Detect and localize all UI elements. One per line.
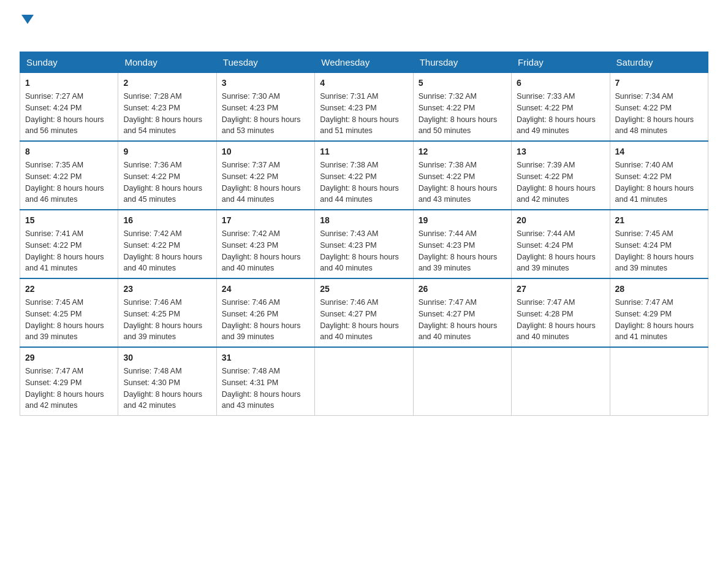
- sunset-text: Sunset: 4:28 PM: [517, 310, 573, 318]
- sunset-text: Sunset: 4:22 PM: [25, 172, 82, 181]
- daylight-minutes-text: and 41 minutes: [615, 332, 667, 341]
- day-number: 4: [320, 77, 408, 90]
- sunset-text: Sunset: 4:27 PM: [320, 310, 376, 318]
- daylight-text: Daylight: 8 hours hours: [419, 253, 498, 261]
- day-number: 23: [123, 283, 211, 296]
- logo: [20, 15, 34, 42]
- calendar-day-cell: 20Sunrise: 7:44 AMSunset: 4:24 PMDayligh…: [512, 210, 610, 278]
- daylight-text: Daylight: 8 hours hours: [419, 115, 498, 124]
- sunrise-text: Sunrise: 7:37 AM: [222, 161, 280, 169]
- sunrise-text: Sunrise: 7:36 AM: [123, 161, 181, 169]
- day-number: 1: [25, 77, 113, 90]
- day-number: 29: [25, 351, 113, 364]
- sunset-text: Sunset: 4:24 PM: [25, 104, 82, 112]
- sunrise-text: Sunrise: 7:42 AM: [123, 229, 181, 238]
- sunrise-text: Sunrise: 7:45 AM: [615, 229, 673, 238]
- sunset-text: Sunset: 4:30 PM: [123, 378, 180, 387]
- calendar-day-cell: 25Sunrise: 7:46 AMSunset: 4:27 PMDayligh…: [315, 278, 413, 347]
- day-number: 14: [615, 145, 703, 158]
- daylight-text: Daylight: 8 hours hours: [25, 115, 104, 124]
- daylight-text: Daylight: 8 hours hours: [25, 184, 104, 193]
- sunrise-text: Sunrise: 7:35 AM: [25, 161, 83, 169]
- sunrise-text: Sunrise: 7:33 AM: [517, 92, 575, 101]
- sunrise-text: Sunrise: 7:45 AM: [25, 298, 83, 307]
- sunrise-text: Sunrise: 7:31 AM: [320, 92, 378, 101]
- daylight-minutes-text: and 44 minutes: [222, 195, 274, 204]
- sunset-text: Sunset: 4:22 PM: [222, 172, 278, 181]
- daylight-text: Daylight: 8 hours hours: [320, 253, 399, 261]
- empty-cell: [413, 347, 511, 416]
- daylight-minutes-text: and 44 minutes: [320, 195, 372, 204]
- sunrise-text: Sunrise: 7:47 AM: [419, 298, 477, 307]
- daylight-text: Daylight: 8 hours hours: [419, 184, 498, 193]
- calendar-week-row: 1Sunrise: 7:27 AMSunset: 4:24 PMDaylight…: [20, 73, 708, 142]
- sunrise-text: Sunrise: 7:46 AM: [320, 298, 378, 307]
- weekday-header-monday: Monday: [118, 52, 216, 73]
- sunset-text: Sunset: 4:23 PM: [123, 104, 180, 112]
- daylight-minutes-text: and 41 minutes: [25, 264, 77, 272]
- sunrise-text: Sunrise: 7:44 AM: [419, 229, 477, 238]
- sunset-text: Sunset: 4:23 PM: [222, 241, 278, 250]
- daylight-text: Daylight: 8 hours hours: [123, 390, 202, 399]
- calendar-week-row: 8Sunrise: 7:35 AMSunset: 4:22 PMDaylight…: [20, 141, 708, 210]
- sunset-text: Sunset: 4:22 PM: [123, 241, 180, 250]
- calendar-day-cell: 27Sunrise: 7:47 AMSunset: 4:28 PMDayligh…: [512, 278, 610, 347]
- calendar-day-cell: 2Sunrise: 7:28 AMSunset: 4:23 PMDaylight…: [118, 73, 216, 142]
- day-number: 2: [123, 77, 211, 90]
- daylight-minutes-text: and 43 minutes: [222, 401, 274, 410]
- sunrise-text: Sunrise: 7:30 AM: [222, 92, 280, 101]
- day-number: 28: [615, 283, 703, 296]
- calendar-day-cell: 3Sunrise: 7:30 AMSunset: 4:23 PMDaylight…: [216, 73, 314, 142]
- calendar-day-cell: 29Sunrise: 7:47 AMSunset: 4:29 PMDayligh…: [20, 347, 118, 416]
- daylight-text: Daylight: 8 hours hours: [419, 321, 498, 330]
- calendar-day-cell: 18Sunrise: 7:43 AMSunset: 4:23 PMDayligh…: [315, 210, 413, 278]
- sunrise-text: Sunrise: 7:46 AM: [123, 298, 181, 307]
- day-number: 10: [222, 145, 309, 158]
- day-number: 22: [25, 283, 113, 296]
- sunset-text: Sunset: 4:22 PM: [419, 104, 475, 112]
- calendar-day-cell: 13Sunrise: 7:39 AMSunset: 4:22 PMDayligh…: [512, 141, 610, 210]
- sunrise-text: Sunrise: 7:41 AM: [25, 229, 83, 238]
- day-number: 19: [419, 214, 506, 227]
- daylight-text: Daylight: 8 hours hours: [123, 321, 202, 330]
- calendar-week-row: 22Sunrise: 7:45 AMSunset: 4:25 PMDayligh…: [20, 278, 708, 347]
- day-number: 12: [419, 145, 506, 158]
- daylight-minutes-text: and 40 minutes: [123, 264, 175, 272]
- daylight-minutes-text: and 45 minutes: [123, 195, 175, 204]
- daylight-minutes-text: and 43 minutes: [419, 195, 471, 204]
- daylight-minutes-text: and 40 minutes: [222, 264, 274, 272]
- sunset-text: Sunset: 4:22 PM: [615, 172, 672, 181]
- weekday-header-tuesday: Tuesday: [216, 52, 314, 73]
- daylight-minutes-text: and 53 minutes: [222, 126, 274, 135]
- day-number: 24: [222, 283, 309, 296]
- daylight-minutes-text: and 39 minutes: [123, 332, 175, 341]
- daylight-text: Daylight: 8 hours hours: [320, 321, 399, 330]
- sunset-text: Sunset: 4:22 PM: [517, 172, 573, 181]
- sunset-text: Sunset: 4:29 PM: [25, 378, 82, 387]
- sunrise-text: Sunrise: 7:47 AM: [517, 298, 575, 307]
- day-number: 21: [615, 214, 703, 227]
- day-number: 5: [419, 77, 506, 90]
- daylight-text: Daylight: 8 hours hours: [222, 184, 301, 193]
- calendar-day-cell: 16Sunrise: 7:42 AMSunset: 4:22 PMDayligh…: [118, 210, 216, 278]
- weekday-header-row: SundayMondayTuesdayWednesdayThursdayFrid…: [20, 52, 708, 73]
- weekday-header-friday: Friday: [512, 52, 610, 73]
- calendar-day-cell: 31Sunrise: 7:48 AMSunset: 4:31 PMDayligh…: [216, 347, 314, 416]
- daylight-text: Daylight: 8 hours hours: [222, 390, 301, 399]
- empty-cell: [315, 347, 413, 416]
- calendar-day-cell: 4Sunrise: 7:31 AMSunset: 4:23 PMDaylight…: [315, 73, 413, 142]
- daylight-minutes-text: and 48 minutes: [615, 126, 667, 135]
- sunrise-text: Sunrise: 7:44 AM: [517, 229, 575, 238]
- sunrise-text: Sunrise: 7:46 AM: [222, 298, 280, 307]
- calendar-day-cell: 22Sunrise: 7:45 AMSunset: 4:25 PMDayligh…: [20, 278, 118, 347]
- weekday-header-saturday: Saturday: [610, 52, 708, 73]
- calendar-day-cell: 17Sunrise: 7:42 AMSunset: 4:23 PMDayligh…: [216, 210, 314, 278]
- sunset-text: Sunset: 4:23 PM: [320, 241, 376, 250]
- calendar-day-cell: 23Sunrise: 7:46 AMSunset: 4:25 PMDayligh…: [118, 278, 216, 347]
- calendar-day-cell: 9Sunrise: 7:36 AMSunset: 4:22 PMDaylight…: [118, 141, 216, 210]
- daylight-minutes-text: and 39 minutes: [222, 332, 274, 341]
- daylight-text: Daylight: 8 hours hours: [517, 115, 596, 124]
- daylight-minutes-text: and 56 minutes: [25, 126, 77, 135]
- day-number: 20: [517, 214, 604, 227]
- calendar-day-cell: 11Sunrise: 7:38 AMSunset: 4:22 PMDayligh…: [315, 141, 413, 210]
